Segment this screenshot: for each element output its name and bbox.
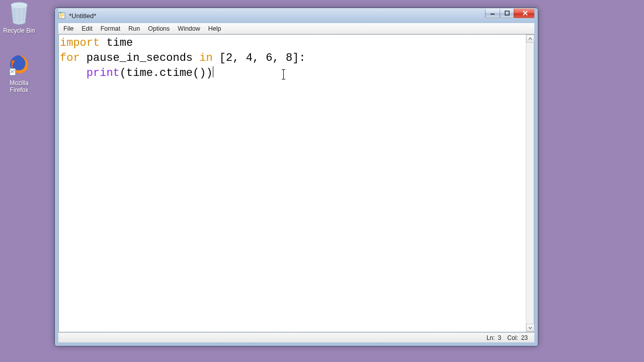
- code-text: (time.ctime()): [120, 67, 213, 79]
- menu-options[interactable]: Options: [144, 24, 174, 33]
- code-builtin: print: [87, 67, 120, 79]
- menu-help[interactable]: Help: [204, 24, 225, 33]
- window-minimize-button[interactable]: [485, 9, 500, 18]
- desktop-icon-label: Recycle Bin: [1, 27, 37, 34]
- code-keyword: for: [60, 52, 80, 64]
- editor-window: *Untitled* File Edit Format Run Options …: [54, 8, 538, 346]
- menu-format[interactable]: Format: [97, 24, 125, 33]
- code-text: pause_in_seconds: [80, 52, 200, 64]
- svg-rect-6: [505, 11, 509, 15]
- maximize-icon: [505, 11, 510, 16]
- status-line-label: Ln:: [485, 334, 497, 341]
- desktop-icon-recycle-bin[interactable]: Recycle Bin: [1, 1, 37, 34]
- menu-run[interactable]: Run: [124, 24, 144, 33]
- code-text: time: [100, 37, 133, 49]
- code-text: [60, 67, 87, 79]
- app-icon: [58, 12, 66, 20]
- status-col-label: Col:: [506, 334, 519, 341]
- code-keyword: in: [199, 52, 212, 64]
- statusbar: Ln: 3 Col: 23: [58, 332, 534, 342]
- firefox-icon: [8, 53, 30, 77]
- window-maximize-button[interactable]: [500, 9, 514, 18]
- desktop-icon-label: Mozilla: [1, 79, 37, 86]
- window-titlebar[interactable]: *Untitled*: [55, 8, 538, 23]
- scroll-up-button[interactable]: [526, 35, 534, 43]
- code-keyword: import: [60, 37, 100, 49]
- chevron-up-icon: [528, 37, 532, 41]
- desktop-icon-label: Firefox: [1, 86, 37, 94]
- text-caret: [213, 66, 213, 77]
- scroll-down-button[interactable]: [526, 324, 534, 332]
- code-editor[interactable]: import time for pause_in_seconds in [2, …: [59, 35, 526, 332]
- minimize-icon: [490, 11, 495, 16]
- chevron-down-icon: [528, 326, 532, 330]
- menu-edit[interactable]: Edit: [77, 24, 97, 33]
- menu-file[interactable]: File: [59, 24, 77, 33]
- close-icon: [522, 11, 528, 16]
- code-text: [2, 4, 6, 8]:: [213, 52, 306, 64]
- menu-window[interactable]: Window: [174, 24, 204, 33]
- window-close-button[interactable]: [514, 9, 537, 18]
- status-col-value: 23: [520, 334, 529, 341]
- menubar: File Edit Format Run Options Window Help: [58, 23, 534, 34]
- editor-pane: import time for pause_in_seconds in [2, …: [58, 34, 534, 332]
- window-title: *Untitled*: [69, 12, 96, 20]
- status-line-value: 3: [497, 334, 503, 341]
- vertical-scrollbar[interactable]: [526, 35, 534, 332]
- recycle-bin-icon: [8, 1, 30, 25]
- desktop-icon-firefox[interactable]: Mozilla Firefox: [1, 53, 37, 94]
- svg-rect-5: [491, 14, 495, 15]
